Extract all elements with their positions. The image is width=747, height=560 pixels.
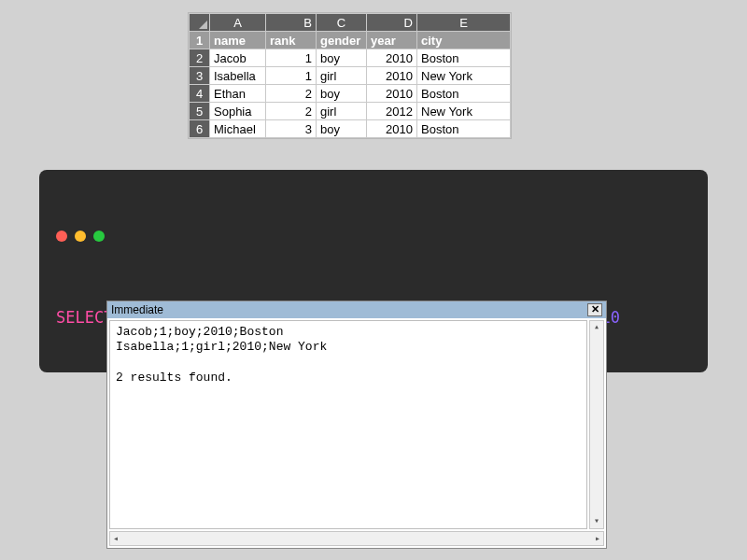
cell[interactable]: girl	[317, 103, 367, 120]
horizontal-scrollbar[interactable]: ◂ ▸	[109, 531, 604, 546]
immediate-titlebar[interactable]: Immediate ✕	[107, 301, 606, 318]
cell[interactable]: 2	[266, 85, 317, 103]
close-icon[interactable]	[56, 231, 67, 242]
cell[interactable]: 2010	[367, 49, 417, 67]
row-header-3[interactable]: 3	[190, 67, 210, 85]
cell[interactable]: gender	[317, 32, 367, 49]
cell[interactable]: girl	[317, 67, 367, 85]
minimize-icon[interactable]	[75, 231, 86, 242]
immediate-title-text: Immediate	[111, 303, 163, 316]
cell[interactable]: Boston	[417, 85, 511, 103]
scroll-right-icon[interactable]: ▸	[592, 533, 603, 544]
row-header-4[interactable]: 4	[190, 85, 210, 103]
scroll-left-icon[interactable]: ◂	[110, 533, 121, 544]
col-header-C[interactable]: C	[317, 14, 367, 32]
kw-select: SELECT	[56, 308, 113, 327]
cell[interactable]: 1	[266, 67, 317, 85]
cell[interactable]: boy	[317, 120, 367, 138]
immediate-output[interactable]	[109, 320, 587, 529]
scroll-up-icon[interactable]: ▴	[594, 321, 599, 334]
cell[interactable]: Jacob	[210, 49, 266, 67]
col-header-A[interactable]: A	[210, 14, 266, 32]
col-header-B[interactable]: B	[266, 14, 317, 32]
cell[interactable]: rank	[266, 32, 317, 49]
cell[interactable]: New York	[417, 67, 511, 85]
row-header-2[interactable]: 2	[190, 49, 210, 67]
zoom-icon[interactable]	[93, 231, 105, 242]
cell[interactable]: 2010	[367, 67, 417, 85]
select-all-corner[interactable]	[190, 14, 210, 32]
cell[interactable]: Isabella	[210, 67, 266, 85]
cell[interactable]: 2010	[367, 120, 417, 138]
row-header-1[interactable]: 1	[190, 32, 210, 49]
cell[interactable]: 2010	[367, 85, 417, 103]
spreadsheet-table[interactable]: A B C D E 1 name rank gender year city 2…	[189, 13, 511, 138]
cell[interactable]: 1	[266, 49, 317, 67]
scroll-down-icon[interactable]: ▾	[594, 515, 599, 528]
immediate-window: Immediate ✕ ▴ ▾ ◂ ▸	[106, 301, 607, 549]
cell[interactable]: city	[417, 32, 511, 49]
col-header-E[interactable]: E	[417, 14, 511, 32]
cell[interactable]: New York	[417, 103, 511, 120]
cell[interactable]: Sophia	[210, 103, 266, 120]
close-button[interactable]: ✕	[587, 303, 602, 316]
cell[interactable]: name	[210, 32, 266, 49]
cell[interactable]: Boston	[417, 49, 511, 67]
row-header-6[interactable]: 6	[190, 120, 210, 138]
cell[interactable]: 2012	[367, 103, 417, 120]
cell[interactable]: boy	[317, 85, 367, 103]
cell[interactable]: boy	[317, 49, 367, 67]
cell[interactable]: Ethan	[210, 85, 266, 103]
col-header-D[interactable]: D	[367, 14, 417, 32]
cell[interactable]: Michael	[210, 120, 266, 138]
row-header-5[interactable]: 5	[190, 103, 210, 120]
cell[interactable]: 2	[266, 103, 317, 120]
window-controls	[56, 231, 691, 242]
cell[interactable]: year	[367, 32, 417, 49]
cell[interactable]: Boston	[417, 120, 511, 138]
vertical-scrollbar[interactable]: ▴ ▾	[589, 320, 604, 529]
cell[interactable]: 3	[266, 120, 317, 138]
